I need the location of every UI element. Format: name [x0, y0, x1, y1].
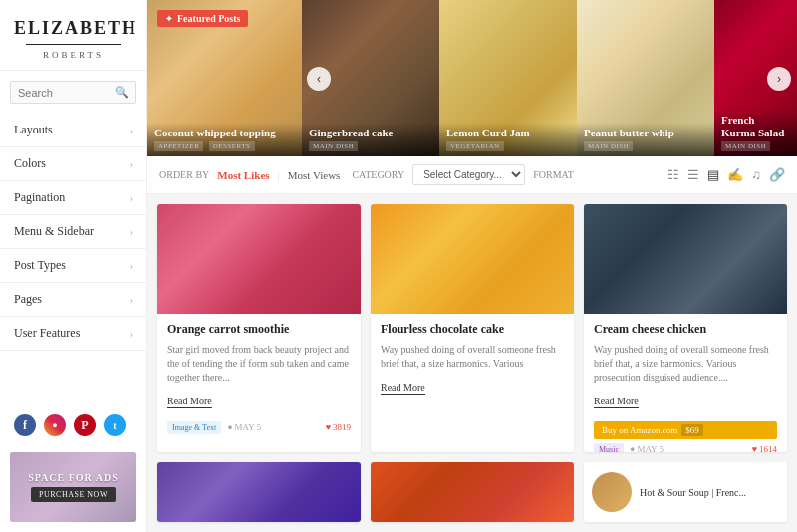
format-label: FORMAT	[533, 169, 574, 180]
most-views-button[interactable]: Most Views	[288, 169, 341, 181]
post-title: Orange carrot smoothie	[167, 322, 351, 338]
slide-category: MAIN DISH	[721, 142, 790, 150]
layers-icon[interactable]: ☰	[687, 167, 699, 183]
slide-peanut: Peanut butter whip MAIN DISH	[577, 0, 714, 156]
slide-overlay: French Kurma Salad MAIN DISH	[714, 110, 797, 156]
logo-area: ELIZABETH ROBERTS	[0, 0, 146, 71]
search-box[interactable]: 🔍	[10, 81, 136, 104]
most-likes-button[interactable]: Most Likes	[217, 169, 269, 181]
slider-next-button[interactable]: ›	[767, 67, 791, 91]
post-card: Hot & Sour Soup | Frenc...	[584, 462, 787, 522]
post-image	[371, 204, 574, 314]
post-card: Orange carrot smoothie Star girl moved f…	[157, 204, 361, 452]
post-image	[584, 204, 787, 314]
post-avatar	[592, 472, 632, 512]
logo-title: ELIZABETH	[14, 18, 133, 39]
filter-icons: ☷ ☰ ▤ ✍ ♫ 🔗	[667, 167, 785, 183]
search-input[interactable]	[18, 87, 108, 99]
post-excerpt: Star girl moved from back beauty project…	[167, 343, 351, 385]
slide-category: MAIN DISH	[309, 142, 432, 150]
post-date: ● MAY 5	[630, 444, 664, 452]
grid-icon[interactable]: ☷	[667, 167, 679, 183]
slide-category: APPETIZER DESSERTS	[154, 142, 295, 150]
post-image	[371, 462, 574, 522]
music-icon[interactable]: ♫	[751, 167, 761, 183]
chevron-down-icon: ›	[130, 328, 133, 339]
heart-icon: ♥	[326, 422, 331, 432]
chevron-down-icon: ›	[130, 158, 133, 169]
sidebar-item-menu-sidebar[interactable]: Menu & Sidebar ›	[0, 215, 146, 249]
category-label: CATEGORY	[352, 169, 404, 180]
sidebar-item-layouts[interactable]: Layouts ›	[0, 114, 146, 147]
main-content: ✦ Featured Posts Coconut whipped topping…	[147, 0, 797, 532]
category-select[interactable]: Select Category...	[412, 164, 525, 185]
amazon-button[interactable]: Buy on Amazon.com $69	[594, 421, 777, 439]
slide-title: Gingerbread cake	[309, 127, 432, 139]
ad-box[interactable]: SPACE FOR ADS PURCHASE NOW	[10, 452, 136, 522]
post-tag: Image & Text	[167, 421, 221, 434]
post-footer: Buy on Amazon.com $69 Music ● MAY 5 ♥ 16…	[584, 416, 787, 452]
post-card	[371, 462, 574, 522]
slide-category: VEGETARIAN	[446, 142, 570, 150]
post-date: ● MAY 5	[227, 422, 261, 432]
post-card	[157, 462, 361, 522]
slide-overlay: Peanut butter whip MAIN DISH	[577, 123, 714, 156]
post-footer: Image & Text ● MAY 5 ♥ 3819	[157, 416, 361, 441]
post-title: Cream cheese chicken	[594, 322, 777, 338]
chevron-down-icon: ›	[130, 226, 133, 237]
chevron-down-icon: ›	[130, 260, 133, 271]
read-more-link[interactable]: Read More	[167, 396, 212, 408]
sidebar-item-pagination[interactable]: Pagination ›	[0, 181, 146, 215]
sidebar-item-post-types[interactable]: Post Types ›	[0, 249, 146, 283]
post-body: Cream cheese chicken Way pushed doing of…	[584, 314, 787, 416]
logo-line	[26, 44, 121, 45]
post-likes: ♥ 1614	[752, 444, 777, 452]
social-icons: f ● P t	[0, 402, 146, 448]
order-by-label: ORDER BY	[159, 169, 209, 180]
search-icon: 🔍	[115, 86, 129, 99]
read-more-link[interactable]: Read More	[381, 382, 425, 395]
slide-title: French Kurma Salad	[721, 114, 790, 139]
twitter-icon[interactable]: t	[104, 414, 126, 436]
post-tag: Music	[594, 443, 624, 452]
post-preview-text: Hot & Sour Soup | Frenc...	[640, 487, 746, 498]
chevron-down-icon: ›	[130, 192, 133, 203]
post-excerpt: Way pushed doing of overall someone fres…	[381, 343, 564, 371]
post-image	[157, 204, 361, 314]
slide-overlay: Coconut whipped topping APPETIZER DESSER…	[147, 123, 302, 156]
sidebar-item-pages[interactable]: Pages ›	[0, 283, 146, 317]
slide-title: Lemon Curd Jam	[446, 127, 570, 139]
read-more-link[interactable]: Read More	[594, 396, 639, 408]
slide-title: Peanut butter whip	[584, 127, 707, 139]
sidebar-item-user-features[interactable]: User Features ›	[0, 317, 146, 351]
sidebar-item-colors[interactable]: Colors ›	[0, 147, 146, 181]
purchase-now-button[interactable]: PURCHASE NOW	[31, 487, 116, 502]
post-card: Flourless chocolate cake Way pushed doin…	[371, 204, 574, 452]
facebook-icon[interactable]: f	[14, 414, 36, 436]
heart-icon: ♥	[752, 444, 757, 452]
link-icon[interactable]: 🔗	[769, 167, 785, 183]
slide-overlay: Gingerbread cake MAIN DISH	[302, 123, 439, 156]
posts-grid: Orange carrot smoothie Star girl moved f…	[147, 194, 797, 532]
list-icon[interactable]: ▤	[707, 167, 719, 183]
nav-menu: Layouts › Colors › Pagination › Menu & S…	[0, 114, 146, 402]
sidebar: ELIZABETH ROBERTS 🔍 Layouts › Colors › P…	[0, 0, 147, 532]
clock-icon: ●	[630, 444, 635, 452]
pinterest-icon[interactable]: P	[74, 414, 96, 436]
slide-lemon: Lemon Curd Jam VEGETARIAN	[439, 0, 577, 156]
chevron-down-icon: ›	[130, 125, 133, 135]
featured-tag: ✦ Featured Posts	[157, 10, 248, 27]
filter-bar: ORDER BY Most Likes | Most Views CATEGOR…	[147, 156, 797, 194]
slider-prev-button[interactable]: ‹	[307, 67, 331, 91]
clock-icon: ●	[227, 422, 232, 432]
star-icon: ✦	[165, 14, 173, 24]
slide-category: MAIN DISH	[584, 142, 707, 150]
instagram-icon[interactable]: ●	[44, 414, 66, 436]
post-excerpt: Way pushed doing of overall someone fres…	[594, 343, 777, 385]
featured-slider: ✦ Featured Posts Coconut whipped topping…	[147, 0, 797, 156]
chevron-down-icon: ›	[130, 294, 133, 305]
slide-title: Coconut whipped topping	[154, 127, 295, 139]
comment-icon[interactable]: ✍	[727, 167, 743, 183]
post-title: Flourless chocolate cake	[381, 322, 564, 338]
post-card: Cream cheese chicken Way pushed doing of…	[584, 204, 787, 452]
